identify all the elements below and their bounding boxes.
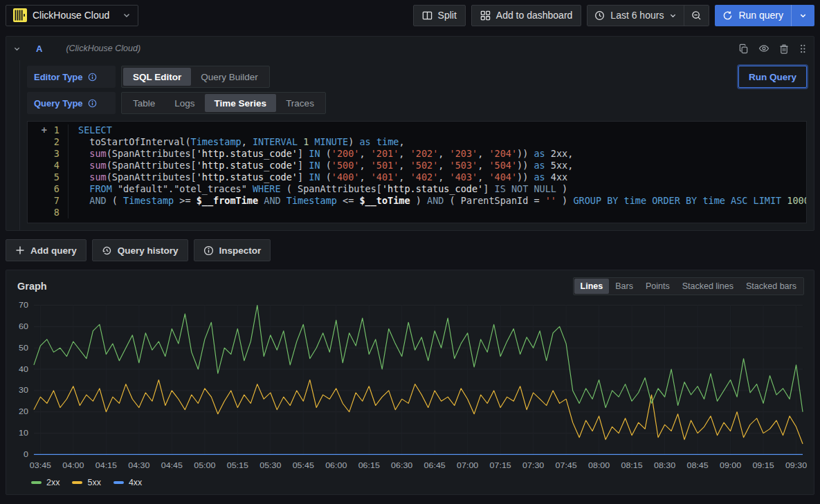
query-datasource-hint: (ClickHouse Cloud) [66,44,140,53]
sql-code-editor[interactable]: +1SELECT2 toStartOfInterval(Timestamp, I… [27,121,807,223]
query-type-option-logs[interactable]: Logs [165,94,204,112]
graph-mode-option-points[interactable]: Points [639,279,676,294]
query-editor-panel: A (ClickHouse Cloud) Editor Type [6,36,814,231]
collapse-chevron-icon[interactable] [13,45,21,53]
svg-text:07:00: 07:00 [457,460,479,469]
svg-text:05:45: 05:45 [293,460,315,469]
line-number: 7 [28,195,68,207]
chevron-down-icon [799,12,807,19]
svg-text:04:15: 04:15 [95,460,118,469]
code-line[interactable]: +1SELECT [28,124,806,136]
dashboard-grid-icon [480,10,491,21]
zoom-out-icon [691,10,702,21]
query-type-radio-group: TableLogsTime SeriesTraces [121,92,326,114]
datasource-picker[interactable]: ClickHouse Cloud [6,5,138,26]
duplicate-query-icon[interactable] [738,44,749,54]
history-icon [102,245,112,256]
info-circle-icon[interactable] [88,73,97,82]
svg-text:08:30: 08:30 [654,460,676,469]
graph-panel: Graph LinesBarsPointsStacked linesStacke… [6,270,814,495]
svg-text:06:00: 06:00 [325,460,347,469]
run-query-split-button: Run query [715,5,814,26]
drag-handle-icon[interactable] [799,44,807,54]
code-line[interactable]: 2 toStartOfInterval(Timestamp, INTERVAL … [28,136,806,148]
inspector-button[interactable]: Inspector [194,239,271,261]
datasource-label: ClickHouse Cloud [33,10,117,21]
legend-swatch-2xx [31,481,42,484]
line-number: 6 [28,183,68,195]
sync-icon [722,10,733,21]
clickhouse-logo-icon [13,8,27,22]
query-ref-id: A [36,44,42,54]
svg-text:09:15: 09:15 [752,460,774,469]
run-query-editor-button[interactable]: Run Query [738,66,807,88]
query-footer-actions: Add query Query history Inspector [6,239,814,261]
code-line[interactable]: 6 FROM "default"."otel_traces" WHERE ( S… [28,183,806,195]
legend-swatch-5xx [72,481,82,484]
query-type-option-table[interactable]: Table [123,94,165,112]
editor-type-option-sql-editor[interactable]: SQL Editor [123,68,191,86]
svg-text:07:45: 07:45 [556,460,578,469]
delete-query-trash-icon[interactable] [779,44,789,54]
svg-text:08:45: 08:45 [686,460,709,469]
query-history-label: Query history [118,245,179,256]
chevron-down-icon [669,12,677,19]
code-line[interactable]: 4 sum(SpanAttributes['http.status_code']… [28,160,806,171]
query-history-button[interactable]: Query history [92,239,188,261]
svg-text:09:00: 09:00 [720,460,742,469]
time-range-label: Last 6 hours [610,10,664,21]
line-number: 3 [28,148,68,160]
svg-text:08:15: 08:15 [621,460,644,469]
time-series-chart[interactable]: 01020304050607003:4504:0004:1504:3004:45… [13,298,807,476]
graph-mode-option-lines[interactable]: Lines [574,279,610,294]
add-to-dashboard-button[interactable]: Add to dashboard [471,5,582,26]
query-row-header[interactable]: A (ClickHouse Cloud) [6,37,814,60]
legend-item-5xx[interactable]: 5xx [72,478,100,487]
svg-text:07:30: 07:30 [522,460,545,469]
query-type-field-label: Query Type [27,92,116,114]
svg-text:05:15: 05:15 [227,460,249,469]
graph-mode-option-stacked-lines[interactable]: Stacked lines [676,279,740,294]
code-line[interactable]: 3 sum(SpanAttributes['http.status_code']… [28,148,806,160]
add-query-label: Add query [30,245,77,256]
svg-text:04:00: 04:00 [62,460,84,469]
legend-item-2xx[interactable]: 2xx [31,478,60,487]
svg-text:0: 0 [24,450,28,458]
line-number: 8 [28,207,68,218]
info-circle-icon [203,245,214,256]
time-range-picker[interactable]: Last 6 hours [587,6,684,26]
graph-mode-option-bars[interactable]: Bars [609,279,639,294]
svg-text:03:45: 03:45 [30,460,52,469]
svg-text:50: 50 [19,343,28,351]
line-number: 5 [28,171,68,183]
query-type-option-traces[interactable]: Traces [276,94,324,112]
graph-mode-option-stacked-bars[interactable]: Stacked bars [740,279,803,294]
svg-text:09:30: 09:30 [785,460,807,469]
svg-text:06:30: 06:30 [391,460,413,469]
legend-label: 2xx [46,478,60,487]
code-line[interactable]: 8 [28,207,806,218]
inspector-label: Inspector [219,245,262,256]
split-button[interactable]: Split [413,5,466,26]
svg-text:05:00: 05:00 [194,460,216,469]
code-line[interactable]: 7 AND ( Timestamp >= $__fromTime AND Tim… [28,195,806,207]
query-type-option-time-series[interactable]: Time Series [205,94,277,112]
run-query-button[interactable]: Run query [715,5,791,26]
hide-query-eye-icon[interactable] [758,43,769,54]
legend-item-4xx[interactable]: 4xx [113,478,142,487]
editor-type-option-query-builder[interactable]: Query Builder [191,68,268,86]
add-query-button[interactable]: Add query [6,239,86,261]
info-circle-icon[interactable] [88,99,97,108]
line-number: +1 [28,124,68,136]
graph-mode-radio-group: LinesBarsPointsStacked linesStacked bars [573,277,804,295]
editor-type-label: Editor Type [34,72,83,82]
svg-text:10: 10 [19,429,28,437]
code-line[interactable]: 5 sum(SpanAttributes['http.status_code']… [28,171,806,183]
line-number: 2 [28,136,68,148]
svg-text:08:00: 08:00 [588,460,610,469]
svg-text:05:30: 05:30 [259,460,282,469]
chart-legend: 2xx5xx4xx [13,476,807,490]
split-label: Split [438,10,457,21]
run-query-dropdown[interactable] [792,5,814,26]
zoom-out-time-button[interactable] [684,6,709,26]
